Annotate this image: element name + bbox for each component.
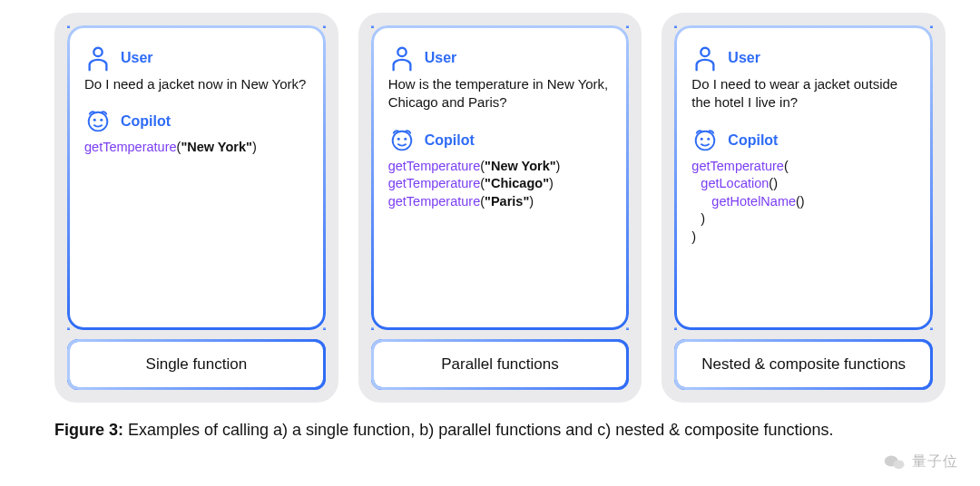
card-label: Nested & composite functions (674, 339, 933, 390)
watermark-text: 量子位 (912, 452, 958, 471)
caption-bold: Figure 3: (54, 421, 123, 439)
card-parallel: User How is the temperature in New York,… (358, 13, 642, 403)
copilot-icon (691, 127, 719, 154)
user-row: User (691, 44, 916, 72)
card-nested: User Do I need to wear a jacket outside … (662, 13, 946, 403)
card-single: User Do I need a jacket now in New York?… (54, 13, 338, 403)
code-block: getTemperature(getLocation()getHotelName… (691, 158, 916, 247)
card-body: User Do I need to wear a jacket outside … (674, 25, 933, 330)
card-body: User Do I need a jacket now in New York?… (67, 25, 326, 330)
copilot-row: Copilot (84, 108, 309, 135)
svg-point-9 (696, 131, 715, 150)
cards-row: User Do I need a jacket now in New York?… (0, 0, 980, 403)
svg-point-13 (894, 460, 905, 469)
user-label: User (121, 50, 153, 66)
copilot-label: Copilot (425, 132, 475, 149)
card-label: Single function (67, 339, 326, 390)
svg-point-1 (89, 112, 108, 131)
user-label: User (425, 50, 457, 66)
copilot-icon (84, 108, 112, 135)
wechat-icon (883, 454, 906, 471)
svg-point-0 (93, 48, 102, 56)
svg-point-11 (708, 137, 710, 140)
svg-point-3 (100, 119, 103, 122)
user-row: User (84, 44, 309, 72)
copilot-icon (388, 127, 416, 154)
svg-point-10 (701, 137, 703, 140)
card-body: User How is the temperature in New York,… (371, 25, 630, 330)
user-text: Do I need to wear a jacket outside the h… (691, 75, 916, 112)
copilot-label: Copilot (121, 113, 171, 130)
code-block: getTemperature("New York")getTemperature… (388, 158, 612, 211)
card-label-text: Parallel functions (441, 355, 558, 374)
code-block: getTemperature("New York") (84, 139, 309, 157)
svg-point-5 (392, 131, 411, 150)
caption-rest: Examples of calling a) a single function… (123, 421, 833, 439)
svg-point-7 (404, 137, 407, 140)
user-text: How is the temperature in New York, Chic… (388, 75, 612, 112)
card-label: Parallel functions (371, 339, 630, 390)
copilot-row: Copilot (691, 127, 916, 154)
user-icon (691, 44, 719, 72)
user-text: Do I need a jacket now in New York? (84, 75, 309, 93)
user-row: User (388, 44, 612, 72)
card-label-text: Single function (146, 355, 248, 374)
figure-caption: Figure 3: Examples of calling a) a singl… (0, 403, 980, 441)
svg-point-4 (397, 48, 406, 56)
copilot-label: Copilot (728, 132, 778, 149)
copilot-row: Copilot (388, 127, 612, 154)
svg-point-2 (93, 119, 96, 122)
user-icon (84, 44, 112, 72)
svg-point-8 (701, 48, 710, 56)
user-label: User (728, 50, 760, 66)
card-label-text: Nested & composite functions (701, 355, 906, 374)
svg-point-6 (397, 137, 399, 140)
user-icon (388, 44, 416, 72)
watermark: 量子位 (883, 452, 958, 471)
